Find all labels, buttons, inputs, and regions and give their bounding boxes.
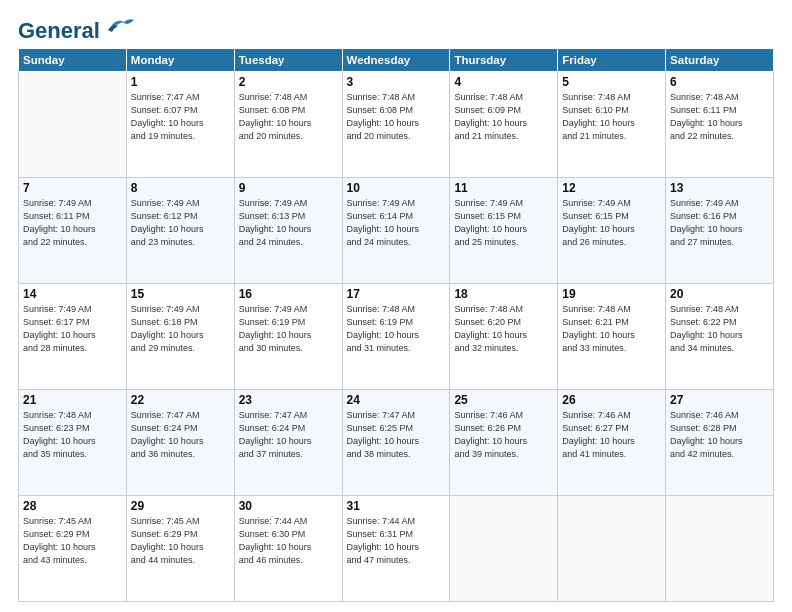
page: General SundayMondayTuesdayWednesdayThur… [0,0,792,612]
day-info: Sunrise: 7:48 AM Sunset: 6:19 PM Dayligh… [347,303,446,355]
day-number: 24 [347,393,446,407]
col-header-friday: Friday [558,49,666,72]
day-info: Sunrise: 7:49 AM Sunset: 6:15 PM Dayligh… [454,197,553,249]
day-number: 22 [131,393,230,407]
calendar-table: SundayMondayTuesdayWednesdayThursdayFrid… [18,48,774,602]
day-info: Sunrise: 7:49 AM Sunset: 6:14 PM Dayligh… [347,197,446,249]
day-number: 16 [239,287,338,301]
day-info: Sunrise: 7:47 AM Sunset: 6:07 PM Dayligh… [131,91,230,143]
day-number: 19 [562,287,661,301]
calendar-cell: 13Sunrise: 7:49 AM Sunset: 6:16 PM Dayli… [666,178,774,284]
calendar-cell: 27Sunrise: 7:46 AM Sunset: 6:28 PM Dayli… [666,390,774,496]
calendar-cell: 3Sunrise: 7:48 AM Sunset: 6:08 PM Daylig… [342,72,450,178]
day-info: Sunrise: 7:48 AM Sunset: 6:08 PM Dayligh… [347,91,446,143]
day-number: 5 [562,75,661,89]
day-info: Sunrise: 7:48 AM Sunset: 6:20 PM Dayligh… [454,303,553,355]
col-header-wednesday: Wednesday [342,49,450,72]
calendar-cell: 22Sunrise: 7:47 AM Sunset: 6:24 PM Dayli… [126,390,234,496]
day-number: 18 [454,287,553,301]
day-info: Sunrise: 7:47 AM Sunset: 6:24 PM Dayligh… [239,409,338,461]
col-header-tuesday: Tuesday [234,49,342,72]
calendar-cell: 21Sunrise: 7:48 AM Sunset: 6:23 PM Dayli… [19,390,127,496]
calendar-cell: 17Sunrise: 7:48 AM Sunset: 6:19 PM Dayli… [342,284,450,390]
day-number: 17 [347,287,446,301]
day-info: Sunrise: 7:48 AM Sunset: 6:10 PM Dayligh… [562,91,661,143]
day-info: Sunrise: 7:49 AM Sunset: 6:13 PM Dayligh… [239,197,338,249]
day-number: 20 [670,287,769,301]
day-info: Sunrise: 7:46 AM Sunset: 6:28 PM Dayligh… [670,409,769,461]
calendar-cell: 14Sunrise: 7:49 AM Sunset: 6:17 PM Dayli… [19,284,127,390]
day-number: 25 [454,393,553,407]
calendar-cell [450,496,558,602]
day-number: 1 [131,75,230,89]
calendar-cell: 9Sunrise: 7:49 AM Sunset: 6:13 PM Daylig… [234,178,342,284]
day-info: Sunrise: 7:49 AM Sunset: 6:12 PM Dayligh… [131,197,230,249]
calendar-week-2: 7Sunrise: 7:49 AM Sunset: 6:11 PM Daylig… [19,178,774,284]
calendar-cell: 25Sunrise: 7:46 AM Sunset: 6:26 PM Dayli… [450,390,558,496]
calendar-header-row: SundayMondayTuesdayWednesdayThursdayFrid… [19,49,774,72]
calendar-cell: 1Sunrise: 7:47 AM Sunset: 6:07 PM Daylig… [126,72,234,178]
day-number: 8 [131,181,230,195]
col-header-saturday: Saturday [666,49,774,72]
calendar-cell: 20Sunrise: 7:48 AM Sunset: 6:22 PM Dayli… [666,284,774,390]
day-info: Sunrise: 7:48 AM Sunset: 6:11 PM Dayligh… [670,91,769,143]
day-number: 23 [239,393,338,407]
calendar-cell [666,496,774,602]
day-info: Sunrise: 7:49 AM Sunset: 6:16 PM Dayligh… [670,197,769,249]
calendar-cell: 10Sunrise: 7:49 AM Sunset: 6:14 PM Dayli… [342,178,450,284]
calendar-cell [558,496,666,602]
day-number: 3 [347,75,446,89]
header: General [18,18,774,38]
day-number: 27 [670,393,769,407]
calendar-week-1: 1Sunrise: 7:47 AM Sunset: 6:07 PM Daylig… [19,72,774,178]
day-number: 9 [239,181,338,195]
day-info: Sunrise: 7:48 AM Sunset: 6:09 PM Dayligh… [454,91,553,143]
day-info: Sunrise: 7:49 AM Sunset: 6:17 PM Dayligh… [23,303,122,355]
col-header-sunday: Sunday [19,49,127,72]
day-number: 12 [562,181,661,195]
calendar-cell: 18Sunrise: 7:48 AM Sunset: 6:20 PM Dayli… [450,284,558,390]
day-info: Sunrise: 7:47 AM Sunset: 6:24 PM Dayligh… [131,409,230,461]
calendar-cell: 8Sunrise: 7:49 AM Sunset: 6:12 PM Daylig… [126,178,234,284]
day-info: Sunrise: 7:46 AM Sunset: 6:26 PM Dayligh… [454,409,553,461]
calendar-cell: 26Sunrise: 7:46 AM Sunset: 6:27 PM Dayli… [558,390,666,496]
day-info: Sunrise: 7:44 AM Sunset: 6:30 PM Dayligh… [239,515,338,567]
day-number: 13 [670,181,769,195]
day-info: Sunrise: 7:44 AM Sunset: 6:31 PM Dayligh… [347,515,446,567]
day-number: 31 [347,499,446,513]
day-number: 4 [454,75,553,89]
col-header-thursday: Thursday [450,49,558,72]
calendar-cell [19,72,127,178]
calendar-cell: 4Sunrise: 7:48 AM Sunset: 6:09 PM Daylig… [450,72,558,178]
calendar-cell: 31Sunrise: 7:44 AM Sunset: 6:31 PM Dayli… [342,496,450,602]
day-number: 7 [23,181,122,195]
calendar-cell: 28Sunrise: 7:45 AM Sunset: 6:29 PM Dayli… [19,496,127,602]
calendar-cell: 19Sunrise: 7:48 AM Sunset: 6:21 PM Dayli… [558,284,666,390]
calendar-cell: 23Sunrise: 7:47 AM Sunset: 6:24 PM Dayli… [234,390,342,496]
calendar-cell: 16Sunrise: 7:49 AM Sunset: 6:19 PM Dayli… [234,284,342,390]
day-info: Sunrise: 7:46 AM Sunset: 6:27 PM Dayligh… [562,409,661,461]
day-info: Sunrise: 7:49 AM Sunset: 6:18 PM Dayligh… [131,303,230,355]
day-number: 21 [23,393,122,407]
day-info: Sunrise: 7:48 AM Sunset: 6:08 PM Dayligh… [239,91,338,143]
day-number: 28 [23,499,122,513]
day-info: Sunrise: 7:48 AM Sunset: 6:22 PM Dayligh… [670,303,769,355]
calendar-cell: 2Sunrise: 7:48 AM Sunset: 6:08 PM Daylig… [234,72,342,178]
day-number: 26 [562,393,661,407]
calendar-cell: 15Sunrise: 7:49 AM Sunset: 6:18 PM Dayli… [126,284,234,390]
day-info: Sunrise: 7:48 AM Sunset: 6:23 PM Dayligh… [23,409,122,461]
calendar-cell: 6Sunrise: 7:48 AM Sunset: 6:11 PM Daylig… [666,72,774,178]
calendar-week-5: 28Sunrise: 7:45 AM Sunset: 6:29 PM Dayli… [19,496,774,602]
calendar-cell: 30Sunrise: 7:44 AM Sunset: 6:30 PM Dayli… [234,496,342,602]
calendar-cell: 24Sunrise: 7:47 AM Sunset: 6:25 PM Dayli… [342,390,450,496]
day-info: Sunrise: 7:49 AM Sunset: 6:11 PM Dayligh… [23,197,122,249]
day-info: Sunrise: 7:45 AM Sunset: 6:29 PM Dayligh… [23,515,122,567]
day-info: Sunrise: 7:49 AM Sunset: 6:15 PM Dayligh… [562,197,661,249]
day-number: 15 [131,287,230,301]
day-number: 29 [131,499,230,513]
calendar-cell: 12Sunrise: 7:49 AM Sunset: 6:15 PM Dayli… [558,178,666,284]
calendar-cell: 29Sunrise: 7:45 AM Sunset: 6:29 PM Dayli… [126,496,234,602]
calendar-cell: 5Sunrise: 7:48 AM Sunset: 6:10 PM Daylig… [558,72,666,178]
calendar-cell: 11Sunrise: 7:49 AM Sunset: 6:15 PM Dayli… [450,178,558,284]
logo-bird-icon [102,16,134,38]
